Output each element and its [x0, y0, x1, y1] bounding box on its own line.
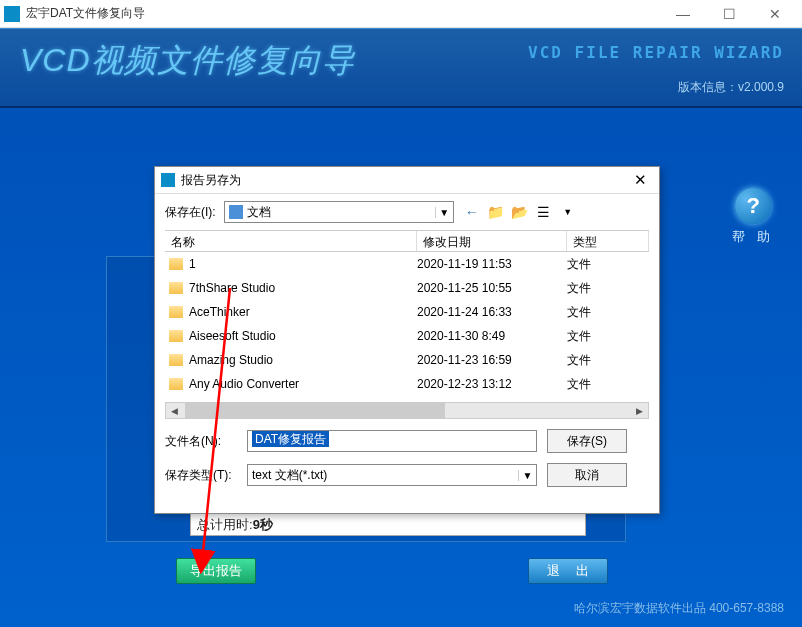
- file-row[interactable]: 7thShare Studio2020-11-25 10:55文件: [165, 276, 649, 300]
- total-time-field: 总计用时:9秒: [190, 512, 586, 536]
- filetype-value: text 文档(*.txt): [248, 467, 518, 484]
- file-name: Any Audio Converter: [187, 377, 417, 391]
- total-time-value: 9秒: [253, 517, 273, 532]
- filename-input[interactable]: DAT修复报告: [247, 430, 537, 452]
- help-icon: ?: [735, 188, 771, 224]
- app-icon: [4, 6, 20, 22]
- help-button[interactable]: ? 帮 助: [732, 188, 774, 246]
- file-type: 文件: [567, 328, 649, 345]
- dialog-title: 报告另存为: [181, 172, 627, 189]
- up-folder-icon[interactable]: 📁: [486, 202, 506, 222]
- help-label: 帮 助: [732, 228, 774, 246]
- file-row[interactable]: Any Audio Converter2020-12-23 13:12文件: [165, 372, 649, 396]
- dialog-toolbar: 保存在(I): 文档 ▼ ← 📁 📂 ☰ ▼: [155, 194, 659, 230]
- close-button[interactable]: ✕: [752, 0, 798, 28]
- file-row[interactable]: 12020-11-19 11:53文件: [165, 252, 649, 276]
- location-combo[interactable]: 文档 ▼: [224, 201, 454, 223]
- file-type: 文件: [567, 304, 649, 321]
- horizontal-scrollbar[interactable]: ◀ ▶: [165, 402, 649, 419]
- new-folder-icon[interactable]: 📂: [510, 202, 530, 222]
- header-version: 版本信息：v2.000.9: [678, 79, 784, 96]
- chevron-down-icon[interactable]: ▼: [558, 202, 578, 222]
- scroll-left-icon[interactable]: ◀: [166, 406, 183, 416]
- filetype-label: 保存类型(T):: [165, 467, 237, 484]
- scroll-right-icon[interactable]: ▶: [631, 406, 648, 416]
- file-type: 文件: [567, 280, 649, 297]
- filename-value: DAT修复报告: [252, 431, 329, 447]
- header-title-en: VCD FILE REPAIR WIZARD: [528, 43, 784, 62]
- chevron-down-icon: ▼: [435, 207, 453, 218]
- column-type[interactable]: 类型: [567, 231, 649, 251]
- save-as-dialog: 报告另存为 ✕ 保存在(I): 文档 ▼ ← 📁 📂 ☰ ▼ 名称 修改日期 类…: [154, 166, 660, 514]
- file-row[interactable]: Amazing Studio2020-11-23 16:59文件: [165, 348, 649, 372]
- folder-icon: [229, 205, 243, 219]
- scroll-thumb[interactable]: [185, 403, 445, 418]
- file-name: AceThinker: [187, 305, 417, 319]
- window-title: 宏宇DAT文件修复向导: [26, 5, 660, 22]
- back-icon[interactable]: ←: [462, 202, 482, 222]
- folder-icon: [169, 330, 183, 342]
- folder-icon: [169, 258, 183, 270]
- file-date: 2020-11-24 16:33: [417, 305, 567, 319]
- filename-label: 文件名(N):: [165, 433, 237, 450]
- file-type: 文件: [567, 352, 649, 369]
- header: VCD视频文件修复向导 VCD FILE REPAIR WIZARD 版本信息：…: [0, 28, 802, 108]
- file-date: 2020-11-25 10:55: [417, 281, 567, 295]
- total-time-label: 总计用时:: [197, 517, 253, 532]
- folder-icon: [169, 378, 183, 390]
- footer-company: 哈尔滨宏宇数据软件出品 400-657-8388: [574, 600, 784, 617]
- file-list-header: 名称 修改日期 类型: [165, 230, 649, 252]
- location-text: 文档: [247, 204, 435, 221]
- file-date: 2020-11-19 11:53: [417, 257, 567, 271]
- view-icon[interactable]: ☰: [534, 202, 554, 222]
- chevron-down-icon: ▼: [518, 470, 536, 481]
- file-date: 2020-11-23 16:59: [417, 353, 567, 367]
- export-report-button[interactable]: 导出报告: [176, 558, 256, 584]
- folder-icon: [169, 354, 183, 366]
- file-date: 2020-12-23 13:12: [417, 377, 567, 391]
- window-titlebar: 宏宇DAT文件修复向导 — ☐ ✕: [0, 0, 802, 28]
- minimize-button[interactable]: —: [660, 0, 706, 28]
- exit-button[interactable]: 退 出: [528, 558, 608, 584]
- dialog-close-button[interactable]: ✕: [627, 171, 653, 189]
- column-date[interactable]: 修改日期: [417, 231, 567, 251]
- file-row[interactable]: Aiseesoft Studio2020-11-30 8:49文件: [165, 324, 649, 348]
- main-app: VCD视频文件修复向导 VCD FILE REPAIR WIZARD 版本信息：…: [0, 28, 802, 627]
- file-name: 1: [187, 257, 417, 271]
- file-list[interactable]: 12020-11-19 11:53文件7thShare Studio2020-1…: [165, 252, 649, 402]
- file-date: 2020-11-30 8:49: [417, 329, 567, 343]
- file-type: 文件: [567, 376, 649, 393]
- folder-icon: [169, 306, 183, 318]
- file-name: Aiseesoft Studio: [187, 329, 417, 343]
- file-type: 文件: [567, 256, 649, 273]
- save-button[interactable]: 保存(S): [547, 429, 627, 453]
- file-name: Amazing Studio: [187, 353, 417, 367]
- column-name[interactable]: 名称: [165, 231, 417, 251]
- dialog-titlebar: 报告另存为 ✕: [155, 167, 659, 194]
- save-in-label: 保存在(I):: [165, 204, 216, 221]
- filetype-combo[interactable]: text 文档(*.txt) ▼: [247, 464, 537, 486]
- file-name: 7thShare Studio: [187, 281, 417, 295]
- dialog-icon: [161, 173, 175, 187]
- cancel-button[interactable]: 取消: [547, 463, 627, 487]
- file-row[interactable]: AceThinker2020-11-24 16:33文件: [165, 300, 649, 324]
- folder-icon: [169, 282, 183, 294]
- maximize-button[interactable]: ☐: [706, 0, 752, 28]
